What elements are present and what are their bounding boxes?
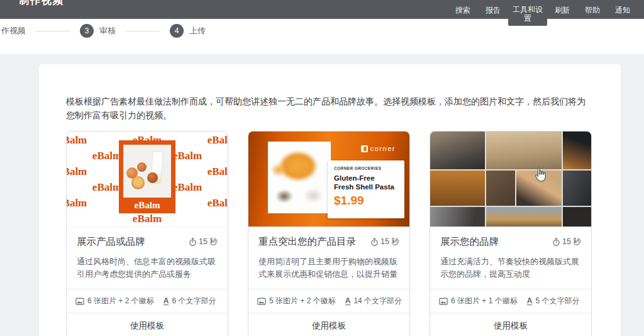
use-template-button[interactable]: 使用模板 <box>430 313 591 336</box>
collage-tile <box>563 207 591 227</box>
images-count: 6 张图片 + 1 个徽标 <box>439 296 518 306</box>
product-price: $1.99 <box>334 194 398 208</box>
texts-count: A 5 个文字部分 <box>527 296 580 306</box>
menu-notifications[interactable]: 通知 <box>608 0 638 21</box>
texts-count: A 6 个文字部分 <box>164 296 216 306</box>
template-preview-collage[interactable] <box>430 132 591 227</box>
top-menu: 搜索 报告 工具和设置 刷新 帮助 通知 <box>448 0 638 26</box>
texts-count-label: 6 个文字部分 <box>172 296 216 306</box>
card-description: 通过风格时尚、信息丰富的视频版式吸引用户考虑您提供的产品或服务 <box>77 255 218 281</box>
card-title: 展示产品或品牌 <box>77 235 145 249</box>
images-count-label: 5 张图片 + 2 个徽标 <box>269 296 336 306</box>
duration-label: 15 秒 <box>380 237 399 247</box>
brand-logo-text: eBalm <box>67 164 87 179</box>
brand-logo-text: eBalm <box>173 179 202 195</box>
stopwatch-icon <box>370 238 379 246</box>
text-fields-icon: A <box>345 298 351 305</box>
corner-logo-text: corner <box>370 145 396 152</box>
brand-logo-text: eBalm <box>92 179 121 195</box>
peach-shape <box>137 162 147 172</box>
photo-collage <box>430 132 591 227</box>
template-picker-panel: 模板根据广告素材最佳做法制作而成，可帮助您讲述独一无二的产品和品牌故事。选择视频… <box>39 64 621 336</box>
brand-logo-text: eBalm <box>173 148 202 164</box>
intro-text: 模板根据广告素材最佳做法制作而成，可帮助您讲述独一无二的产品和品牌故事。选择视频… <box>66 94 593 122</box>
text-fields-icon: A <box>527 298 533 305</box>
collage-tile <box>430 171 485 206</box>
step-review[interactable]: 3 审核 <box>80 24 116 38</box>
card-meta: 6 张图片 + 1 个徽标 A 5 个文字部分 <box>430 289 591 313</box>
corner-brand-logo: corner <box>361 145 396 152</box>
image-icon <box>439 297 448 306</box>
collage-tile <box>563 171 591 206</box>
card-description: 使用简洁明了且主要用于购物的视频版式来展示优惠和促销信息，以提升销量 <box>258 255 399 281</box>
use-template-button[interactable]: 使用模板 <box>248 313 409 336</box>
card-title: 展示您的品牌 <box>440 235 499 249</box>
pasta-shells-shape <box>270 163 287 177</box>
menu-tools-settings[interactable]: 工具和设置 <box>508 0 547 26</box>
step-upload[interactable]: 4 上传 <box>170 24 206 38</box>
collage-tile <box>486 132 562 169</box>
template-preview-catalog[interactable]: corner CORNER GROCERIES Gluten-Free Fres… <box>248 132 409 227</box>
step-review-number: 3 <box>80 24 94 38</box>
menu-search[interactable]: 搜索 <box>448 0 478 21</box>
step-upload-number: 4 <box>170 24 184 38</box>
duration-badge: 15 秒 <box>370 237 399 247</box>
product-name-line2: Fresh Shell Pasta <box>334 183 394 191</box>
pasta-shells-shape <box>275 189 293 203</box>
card-meta: 6 张图片 + 2 个徽标 A 6 个文字部分 <box>67 289 228 313</box>
ebalm-center-frame: eBalm <box>119 140 175 213</box>
collage-tile <box>486 207 562 227</box>
texts-count-label: 5 个文字部分 <box>535 296 579 306</box>
images-count: 5 张图片 + 2 个徽标 <box>257 296 336 306</box>
peach-shape <box>147 172 158 183</box>
step-create-video-label[interactable]: 作视频 <box>1 24 26 38</box>
card-body: 展示您的品牌 15 秒 通过充满活力、节奏较快的视频版式展示您的品牌，提高互动度 <box>430 227 591 289</box>
template-card-highlight-catalog[interactable]: corner CORNER GROCERIES Gluten-Free Fres… <box>248 131 410 336</box>
menu-help[interactable]: 帮助 <box>577 0 608 21</box>
text-fields-icon: A <box>164 298 169 305</box>
collage-tile <box>430 132 485 169</box>
pasta-photo <box>268 142 331 213</box>
image-icon <box>75 297 84 306</box>
stopwatch-icon <box>552 238 560 246</box>
menu-refresh[interactable]: 刷新 <box>547 0 577 21</box>
brand-logo-text: eBalm <box>123 198 171 213</box>
images-count-label: 6 张图片 + 1 个徽标 <box>451 296 518 306</box>
duration-badge: 15 秒 <box>552 237 581 247</box>
card-title: 重点突出您的产品目录 <box>258 235 356 249</box>
menu-reports[interactable]: 报告 <box>478 0 508 21</box>
product-name: Gluten-Free Fresh Shell Pasta <box>334 174 398 191</box>
brand-logo-text: eBalm <box>208 132 228 148</box>
template-preview-ebalm[interactable]: eBalm eBalm eBalm eBalm eBalm eBalm eBal… <box>67 132 228 227</box>
stepper-connector <box>36 31 70 31</box>
collage-tile <box>430 207 485 227</box>
card-body: 展示产品或品牌 15 秒 通过风格时尚、信息丰富的视频版式吸引用户考虑您提供的产… <box>67 227 228 289</box>
product-info-panel: CORNER GROCERIES Gluten-Free Fresh Shell… <box>328 160 404 218</box>
duration-label: 15 秒 <box>199 237 218 247</box>
corner-logo-icon <box>361 145 368 152</box>
card-description: 通过充满活力、节奏较快的视频版式展示您的品牌，提高互动度 <box>440 255 581 281</box>
stopwatch-icon <box>189 238 197 246</box>
template-cards-row: eBalm eBalm eBalm eBalm eBalm eBalm eBal… <box>66 131 621 336</box>
product-name-line1: Gluten-Free <box>334 174 375 182</box>
card-body: 重点突出您的产品目录 15 秒 使用简洁明了且主要用于购物的视频版式来展示优惠和… <box>248 227 409 289</box>
ebalm-product-photo <box>123 145 171 198</box>
peach-shape <box>131 176 145 189</box>
template-card-show-product-or-brand[interactable]: eBalm eBalm eBalm eBalm eBalm eBalm eBal… <box>66 131 228 336</box>
use-template-button[interactable]: 使用模板 <box>67 313 228 336</box>
page-title: 制作视频 <box>19 0 64 8</box>
stepper-connector <box>126 31 160 31</box>
card-meta: 5 张图片 + 2 个徽标 A 14 个文字部分 <box>248 289 409 313</box>
step-upload-label: 上传 <box>189 24 206 38</box>
store-name: CORNER GROCERIES <box>334 166 398 171</box>
image-icon <box>257 297 266 306</box>
template-card-show-your-brand[interactable]: 展示您的品牌 15 秒 通过充满活力、节奏较快的视频版式展示您的品牌，提高互动度… <box>430 131 592 336</box>
pasta-shells-shape <box>303 188 323 203</box>
duration-badge: 15 秒 <box>189 237 218 247</box>
collage-tile <box>486 171 515 206</box>
images-count: 6 张图片 + 2 个徽标 <box>75 296 154 306</box>
collage-tile <box>563 132 591 169</box>
texts-count: A 14 个文字部分 <box>345 296 402 306</box>
step-review-label: 审核 <box>99 24 116 38</box>
brand-logo-text: eBalm <box>67 195 87 211</box>
